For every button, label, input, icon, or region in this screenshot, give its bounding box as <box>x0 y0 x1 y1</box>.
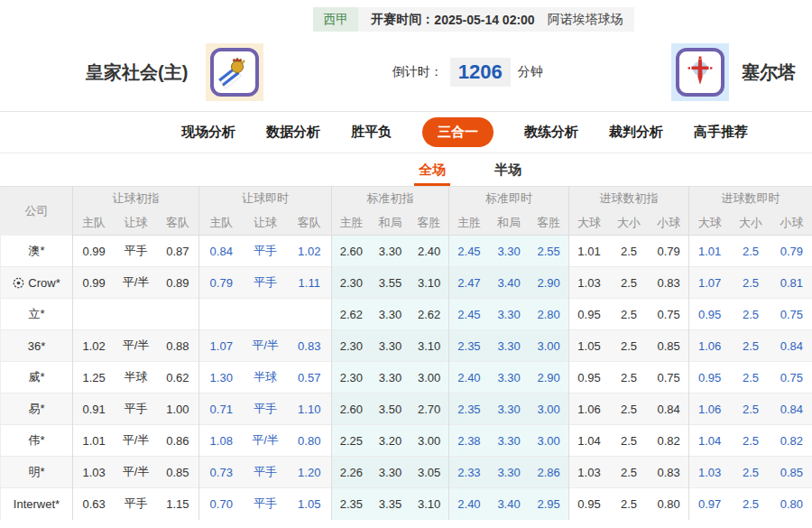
nav-tab-expert-recommend[interactable]: 高手推荐 <box>694 124 748 141</box>
odds-cell-handicap-initial: 0.99 <box>73 267 115 299</box>
odds-cell-europe-initial: 3.55 <box>371 267 410 299</box>
odds-cell-handicap-live: 0.84 <box>199 236 244 267</box>
odds-cell-goals-initial: 2.5 <box>609 236 649 267</box>
odds-comparison-page: 西甲 开赛时间： 2025-05-14 02:00 阿诺埃塔球场 皇家社会(主) <box>0 0 812 528</box>
odds-cell-europe-initial: 3.30 <box>371 330 410 362</box>
company-header: 公司 <box>1 187 73 236</box>
odds-cell-handicap-initial: 0.86 <box>157 425 199 457</box>
odds-cell-handicap-initial: 平手 <box>115 236 157 267</box>
odds-row: 立*2.623.302.622.453.302.800.952.50.750.9… <box>1 299 812 330</box>
odds-cell-goals-live: 0.82 <box>771 425 812 457</box>
odds-cell-goals-initial: 1.05 <box>569 330 609 362</box>
subcol-header-handicap-live-1: 让球 <box>244 211 288 236</box>
odds-cell-goals-live: 1.06 <box>689 330 731 362</box>
odds-cell-europe-initial: 3.00 <box>410 362 448 394</box>
nav-tab-three-in-one[interactable]: 三合一 <box>422 117 494 147</box>
nav-tab-win-draw-lose[interactable]: 胜平负 <box>351 124 392 141</box>
nav-tabs: 现场分析数据分析胜平负三合一教练分析裁判分析高手推荐 <box>0 111 812 153</box>
real-sociedad-crest-icon <box>217 54 253 90</box>
odds-cell-goals-initial: 1.01 <box>569 236 609 267</box>
nav-tab-data-analysis[interactable]: 数据分析 <box>266 124 320 141</box>
odds-cell-handicap-live: 1.11 <box>288 267 332 299</box>
company-cell: 36* <box>1 330 73 362</box>
odds-cell-handicap-live: 平手 <box>244 267 288 299</box>
odds-cell-goals-live: 1.03 <box>689 457 731 488</box>
nav-tab-referee-analysis[interactable]: 裁判分析 <box>609 124 663 141</box>
odds-cell-handicap-initial: 半球 <box>115 362 157 394</box>
odds-cell-handicap-live: 0.79 <box>199 267 244 299</box>
odds-row: Crow*0.99平/半0.890.79平手1.112.303.553.102.… <box>1 267 812 299</box>
nav-tab-live-analysis[interactable]: 现场分析 <box>181 124 235 141</box>
odds-cell-goals-live: 0.95 <box>689 362 731 394</box>
company-name: 36* <box>28 339 46 353</box>
odds-cell-goals-initial: 0.80 <box>649 488 688 520</box>
odds-cell-europe-initial: 2.30 <box>332 362 371 394</box>
odds-cell-handicap-initial: 平/半 <box>115 457 157 488</box>
odds-cell-handicap-live: 半球 <box>244 362 288 394</box>
odds-cell-europe-live: 2.45 <box>449 236 489 267</box>
scope-tab-half-match[interactable]: 半场 <box>490 162 526 186</box>
odds-cell-goals-initial: 0.95 <box>569 488 609 520</box>
company-cell: Interwet* <box>1 488 73 520</box>
odds-cell-europe-live: 3.30 <box>489 457 529 488</box>
odds-cell-handicap-initial: 0.85 <box>157 457 199 488</box>
odds-cell-europe-initial: 2.35 <box>332 488 371 520</box>
odds-cell-europe-initial: 3.35 <box>371 488 410 520</box>
odds-cell-europe-live: 3.30 <box>489 299 529 330</box>
odds-cell-europe-live: 3.40 <box>489 488 529 520</box>
top-bar-wrap: 西甲 开赛时间： 2025-05-14 02:00 阿诺埃塔球场 <box>0 7 812 32</box>
odds-cell-goals-live: 2.5 <box>730 299 771 330</box>
odds-row: 易*0.91平手1.000.71平手1.102.603.502.702.353.… <box>1 394 812 425</box>
subcol-header-handicap-initial-0: 主队 <box>73 211 115 236</box>
odds-cell-handicap-live: 0.73 <box>199 457 244 488</box>
odds-cell-goals-initial: 1.03 <box>569 267 609 299</box>
nav-tab-coach-analysis[interactable]: 教练分析 <box>524 124 578 141</box>
company-cell: 威* <box>1 362 73 394</box>
odds-cell-handicap-live: 0.83 <box>288 330 332 362</box>
odds-cell-europe-initial: 2.62 <box>410 299 448 330</box>
odds-cell-europe-live: 3.30 <box>489 425 529 457</box>
home-team-block: 皇家社会(主) <box>86 43 263 101</box>
odds-cell-goals-live: 2.5 <box>730 394 771 425</box>
odds-cell-handicap-initial: 0.91 <box>73 394 115 425</box>
company-name: 伟* <box>28 433 44 447</box>
odds-cell-europe-initial: 2.62 <box>332 299 371 330</box>
odds-cell-europe-initial: 2.70 <box>410 394 448 425</box>
odds-cell-handicap-initial: 平/半 <box>115 330 157 362</box>
subcol-header-goals-live-1: 大小 <box>730 211 771 236</box>
countdown-label: 倒计时： <box>392 64 443 80</box>
scope-tab-full-match[interactable]: 全场 <box>414 162 450 186</box>
odds-cell-handicap-live: 0.80 <box>288 425 332 457</box>
odds-cell-europe-initial: 2.40 <box>410 236 448 267</box>
subcol-header-handicap-live-2: 客队 <box>288 211 332 236</box>
odds-table-head: 公司让球初指让球即时标准初指标准即时进球数初指进球数即时主队让球客队主队让球客队… <box>1 187 812 236</box>
odds-cell-goals-initial: 2.5 <box>609 330 649 362</box>
company-name: Interwet* <box>14 497 60 511</box>
odds-cell-europe-initial: 3.10 <box>410 267 448 299</box>
kickoff-time: 2025-05-14 02:00 <box>434 13 534 27</box>
odds-cell-handicap-initial: 0.88 <box>157 330 199 362</box>
odds-cell-goals-live: 0.85 <box>771 457 812 488</box>
odds-cell-goals-live: 0.80 <box>771 488 812 520</box>
odds-cell-goals-live: 1.07 <box>689 267 731 299</box>
odds-cell-europe-live: 3.00 <box>529 425 568 457</box>
odds-row: 明*1.03平/半0.850.73平手1.202.263.303.052.333… <box>1 457 812 488</box>
subcol-header-europe-initial-0: 主胜 <box>332 211 371 236</box>
odds-cell-europe-initial: 2.60 <box>332 236 371 267</box>
odds-cell-goals-live: 2.5 <box>730 425 771 457</box>
countdown-value: 1206 <box>450 58 511 87</box>
odds-cell-goals-live: 2.5 <box>730 236 771 267</box>
odds-cell-goals-initial: 0.95 <box>569 362 609 394</box>
odds-cell-europe-live: 2.86 <box>529 457 568 488</box>
odds-row: 伟*1.01平/半0.861.08平/半0.802.253.203.002.38… <box>1 425 812 457</box>
odds-cell-goals-live: 0.79 <box>771 236 812 267</box>
odds-cell-europe-live: 3.00 <box>529 394 568 425</box>
odds-cell-handicap-live: 1.05 <box>288 488 332 520</box>
home-team-name: 皇家社会(主) <box>86 60 188 85</box>
subcol-header-handicap-initial-1: 让球 <box>115 211 157 236</box>
league-badge[interactable]: 西甲 <box>313 7 358 32</box>
odds-cell-handicap-initial: 0.63 <box>73 488 115 520</box>
odds-cell-europe-live: 2.47 <box>449 267 489 299</box>
odds-cell-europe-live: 2.80 <box>529 299 568 330</box>
odds-cell-handicap-live: 1.08 <box>199 425 244 457</box>
